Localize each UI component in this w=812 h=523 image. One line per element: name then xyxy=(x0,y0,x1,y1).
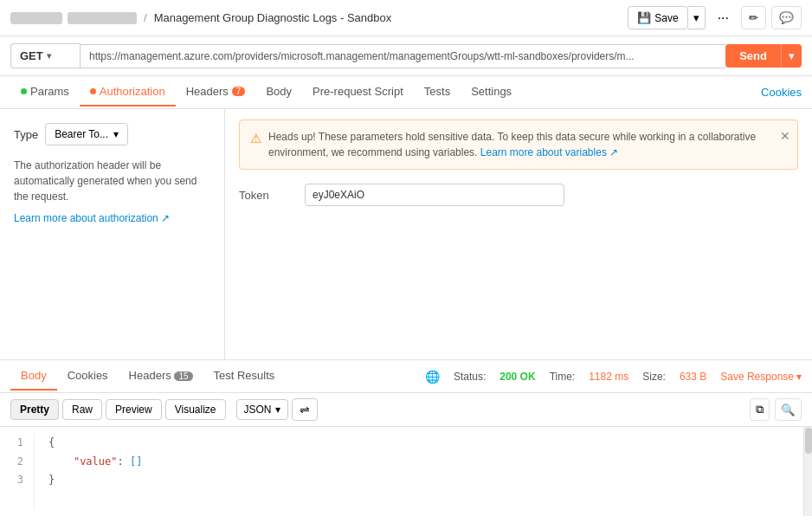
resp-headers-badge: 15 xyxy=(174,371,192,381)
comment-icon: 💬 xyxy=(779,11,794,24)
code-line-1: { xyxy=(48,434,142,453)
code-viewer: 1 2 3 { "value": [] } xyxy=(0,427,803,516)
token-label: Token xyxy=(239,189,291,202)
method-label: GET xyxy=(20,49,43,62)
copy-code-button[interactable]: ⧉ xyxy=(750,398,770,421)
status-label: Status: xyxy=(454,371,486,383)
alert-close-button[interactable]: ✕ xyxy=(780,127,790,145)
send-dropdown-button[interactable]: ▾ xyxy=(781,44,802,68)
type-label: Type xyxy=(14,128,38,141)
alert-text: Heads up! These parameters hold sensitiv… xyxy=(268,129,787,160)
type-select-button[interactable]: Bearer To... ▾ xyxy=(45,123,128,145)
save-response-button[interactable]: Save Response ▾ xyxy=(720,371,802,383)
alert-icon: ⚠ xyxy=(250,129,261,149)
token-input[interactable] xyxy=(305,184,564,206)
resp-headers-label: Headers xyxy=(129,369,171,382)
resp-tab-test-results[interactable]: Test Results xyxy=(203,362,286,391)
save-response-arrow: ▾ xyxy=(796,371,802,383)
wrap-icon: ⇌ xyxy=(300,403,310,416)
globe-icon: 🌐 xyxy=(425,370,440,384)
alert-learn-more-link[interactable]: Learn more about variables ↗ xyxy=(480,146,618,158)
method-select[interactable]: GET ▾ xyxy=(10,43,80,68)
format-label: JSON xyxy=(244,404,272,416)
breadcrumb-separator: / xyxy=(144,11,147,24)
authorization-dot xyxy=(90,88,96,94)
tab-authorization-label: Authorization xyxy=(100,85,165,98)
params-dot xyxy=(21,88,27,94)
response-status-bar: 🌐 Status: 200 OK Time: 1182 ms Size: 633… xyxy=(425,370,802,384)
tab-settings[interactable]: Settings xyxy=(461,78,522,107)
tab-pre-request[interactable]: Pre-request Script xyxy=(302,78,414,107)
wrap-button[interactable]: ⇌ xyxy=(292,398,318,421)
line-numbers: 1 2 3 xyxy=(0,434,35,509)
request-tabs-bar: Params Authorization Headers 7 Body Pre-… xyxy=(0,76,812,109)
breadcrumb: / Management Group Diagnostic Logs - San… xyxy=(10,11,391,24)
code-toolbar: Pretty Raw Preview Visualize JSON ▾ ⇌ ⧉ … xyxy=(0,393,812,427)
auth-right-panel: ⚠ Heads up! These parameters hold sensit… xyxy=(225,109,812,359)
view-pretty-button[interactable]: Pretty xyxy=(10,399,59,420)
top-bar-actions: 💾 Save ▾ ··· ✏ 💬 xyxy=(628,6,802,30)
comment-button[interactable]: 💬 xyxy=(771,6,802,29)
time-value: 1182 ms xyxy=(589,371,628,383)
auth-left-panel: Type Bearer To... ▾ The authorization he… xyxy=(0,109,225,359)
tab-settings-label: Settings xyxy=(471,85,512,98)
search-code-button[interactable]: 🔍 xyxy=(775,398,802,421)
save-response-label: Save Response xyxy=(720,371,794,383)
tab-params-label: Params xyxy=(30,85,69,98)
code-line-2: "value": [] xyxy=(48,453,142,472)
main-content: Type Bearer To... ▾ The authorization he… xyxy=(0,109,812,360)
resp-tab-headers[interactable]: Headers 15 xyxy=(119,362,203,391)
size-label: Size: xyxy=(642,371,666,383)
search-icon: 🔍 xyxy=(781,404,796,416)
send-button[interactable]: Send xyxy=(725,44,781,68)
code-content-area: 1 2 3 { "value": [] } xyxy=(0,427,812,516)
save-dropdown-arrow[interactable]: ▾ xyxy=(688,6,706,29)
type-row: Type Bearer To... ▾ xyxy=(14,123,210,145)
auth-description: The authorization header will be automat… xyxy=(14,158,210,204)
line-3: 3 xyxy=(10,471,23,490)
tab-params[interactable]: Params xyxy=(10,78,80,107)
more-options-button[interactable]: ··· xyxy=(711,6,736,30)
code-lines: { "value": [] } xyxy=(35,434,156,509)
resp-tab-cookies[interactable]: Cookies xyxy=(57,362,119,391)
method-arrow: ▾ xyxy=(47,51,51,61)
url-bar: GET ▾ Send ▾ xyxy=(0,36,812,76)
tab-tests[interactable]: Tests xyxy=(414,78,461,107)
response-tabs-bar: Body Cookies Headers 15 Test Results 🌐 S… xyxy=(0,360,812,393)
tab-headers[interactable]: Headers 7 xyxy=(176,78,256,107)
tab-body[interactable]: Body xyxy=(255,78,302,107)
learn-more-link[interactable]: Learn more about authorization ↗ xyxy=(14,212,170,224)
tab-tests-label: Tests xyxy=(424,85,450,98)
save-label: Save xyxy=(654,12,678,24)
cookies-link[interactable]: Cookies xyxy=(761,86,802,99)
scroll-thumb[interactable] xyxy=(805,428,812,454)
copy-icon: ⧉ xyxy=(756,403,764,416)
url-input[interactable] xyxy=(80,44,725,68)
view-raw-button[interactable]: Raw xyxy=(62,399,102,420)
resp-tab-body[interactable]: Body xyxy=(10,362,57,391)
breadcrumb-part1 xyxy=(10,12,62,24)
resp-test-results-label: Test Results xyxy=(214,369,275,382)
edit-icon: ✏ xyxy=(749,11,758,24)
line-2: 2 xyxy=(10,453,23,472)
headers-badge: 7 xyxy=(232,87,246,96)
view-preview-button[interactable]: Preview xyxy=(106,399,162,420)
send-button-group: Send ▾ xyxy=(725,44,802,68)
type-value: Bearer To... xyxy=(55,128,108,140)
format-select-button[interactable]: JSON ▾ xyxy=(236,399,288,420)
tab-authorization[interactable]: Authorization xyxy=(80,78,176,107)
format-arrow: ▾ xyxy=(275,404,280,416)
time-label: Time: xyxy=(550,371,576,383)
save-button[interactable]: 💾 Save xyxy=(628,6,687,29)
top-bar: / Management Group Diagnostic Logs - San… xyxy=(0,0,812,36)
code-action-icons: ⧉ 🔍 xyxy=(750,398,802,421)
tab-prerequest-label: Pre-request Script xyxy=(313,85,403,98)
vertical-scrollbar[interactable] xyxy=(803,427,812,516)
tab-body-label: Body xyxy=(266,85,292,98)
edit-button[interactable]: ✏ xyxy=(741,6,766,29)
view-visualize-button[interactable]: Visualize xyxy=(165,399,226,420)
save-icon: 💾 xyxy=(637,11,651,24)
page-title: Management Group Diagnostic Logs - Sandb… xyxy=(154,11,392,24)
line-1: 1 xyxy=(10,434,23,453)
status-value: 200 OK xyxy=(499,371,535,383)
